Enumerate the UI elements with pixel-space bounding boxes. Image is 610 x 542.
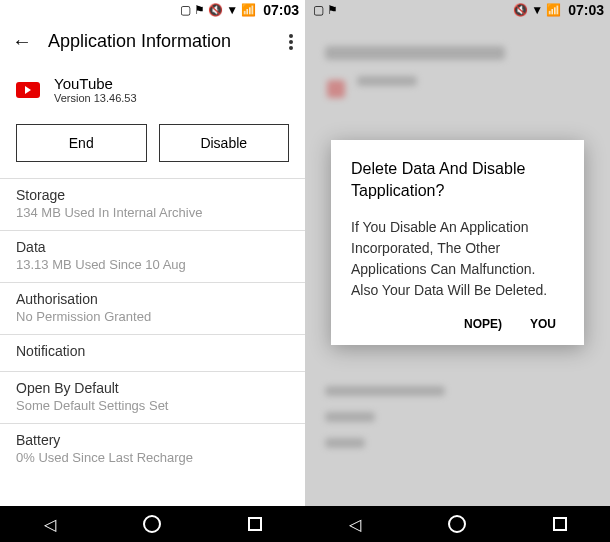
overflow-menu-icon[interactable] — [289, 34, 293, 50]
square-icon: ▢ — [180, 3, 191, 17]
nav-back-icon[interactable]: ◁ — [44, 515, 56, 534]
status-bar: ▢ ⚑ 🔇 ▼ 📶 07:03 — [0, 0, 305, 20]
app-info-row: YouTube Version 13.46.53 — [0, 63, 305, 112]
open-value: Some Default Settings Set — [16, 398, 289, 413]
data-label: Data — [16, 239, 289, 255]
nav-recent-icon[interactable] — [553, 517, 567, 531]
wifi-icon: ▼ — [226, 3, 238, 17]
wifi-icon: ▼ — [531, 3, 543, 17]
auth-value: No Permission Granted — [16, 309, 289, 324]
mute-icon: 🔇 — [513, 3, 528, 17]
storage-value: 134 MB Used In Internal Archive — [16, 205, 289, 220]
nav-home-icon[interactable] — [143, 515, 161, 533]
open-default-section[interactable]: Open By Default Some Default Settings Se… — [0, 371, 305, 423]
signal-icon: 📶 — [546, 3, 561, 17]
dialog-you-button[interactable]: YOU — [530, 317, 556, 331]
dialog-nope-button[interactable]: NOPE) — [464, 317, 502, 331]
dialog-title: Delete Data And Disable Tapplication? — [351, 158, 564, 203]
storage-section[interactable]: Storage 134 MB Used In Internal Archive — [0, 178, 305, 230]
dialog-body: If You Disable An Application Incorporat… — [351, 217, 564, 301]
storage-label: Storage — [16, 187, 289, 203]
nav-recent-icon[interactable] — [248, 517, 262, 531]
square-icon: ▢ ⚑ — [313, 3, 338, 17]
battery-value: 0% Used Since Last Recharge — [16, 450, 289, 465]
flag-icon: ⚑ — [194, 3, 205, 17]
notification-section[interactable]: Notification — [0, 334, 305, 371]
screen-app-info: ▢ ⚑ 🔇 ▼ 📶 07:03 ← Application Informatio… — [0, 0, 305, 542]
authorisation-section[interactable]: Authorisation No Permission Granted — [0, 282, 305, 334]
clock-2: 07:03 — [568, 2, 604, 18]
header: ← Application Information — [0, 20, 305, 63]
disable-button[interactable]: Disable — [159, 124, 290, 162]
notif-label: Notification — [16, 343, 289, 359]
nav-bar-2: ◁ — [305, 506, 610, 542]
signal-icon: 📶 — [241, 3, 256, 17]
app-name: YouTube — [54, 75, 137, 92]
battery-label: Battery — [16, 432, 289, 448]
clock: 07:03 — [263, 2, 299, 18]
open-label: Open By Default — [16, 380, 289, 396]
dialog-actions: NOPE) YOU — [351, 317, 564, 331]
nav-bar: ◁ — [0, 506, 305, 542]
auth-label: Authorisation — [16, 291, 289, 307]
nav-back-icon[interactable]: ◁ — [349, 515, 361, 534]
end-button[interactable]: End — [16, 124, 147, 162]
page-title: Application Information — [48, 31, 289, 52]
nav-home-icon[interactable] — [448, 515, 466, 533]
data-value: 13.13 MB Used Since 10 Aug — [16, 257, 289, 272]
screen-dialog: ▢ ⚑ 🔇 ▼ 📶 07:03 Delete Data And Disable … — [305, 0, 610, 542]
mute-icon: 🔇 — [208, 3, 223, 17]
youtube-icon — [16, 82, 40, 98]
disable-dialog: Delete Data And Disable Tapplication? If… — [331, 140, 584, 345]
button-row: End Disable — [0, 112, 305, 178]
status-bar-2: ▢ ⚑ 🔇 ▼ 📶 07:03 — [305, 0, 610, 20]
battery-section[interactable]: Battery 0% Used Since Last Recharge — [0, 423, 305, 475]
data-section[interactable]: Data 13.13 MB Used Since 10 Aug — [0, 230, 305, 282]
app-version: Version 13.46.53 — [54, 92, 137, 104]
back-icon[interactable]: ← — [12, 30, 32, 53]
